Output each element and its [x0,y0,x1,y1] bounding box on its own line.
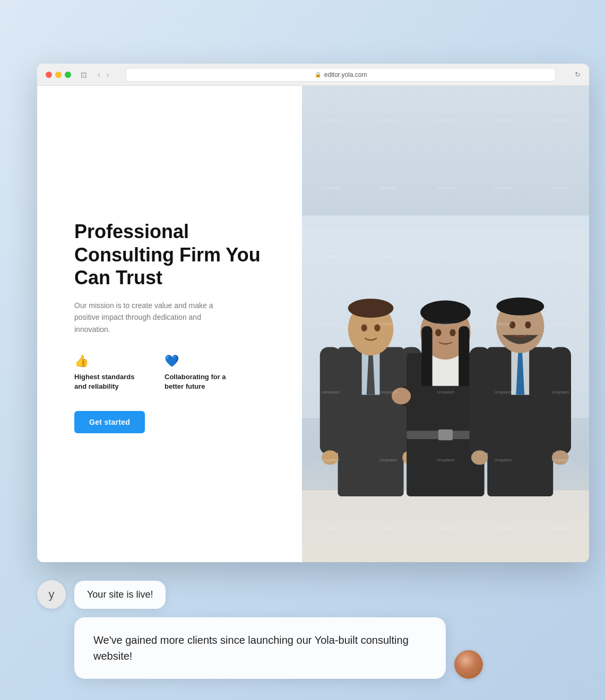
traffic-lights [46,72,71,78]
svg-point-35 [525,321,531,329]
thumbsup-icon: 👍 [74,354,143,368]
url-text: editor.yola.com [324,71,367,78]
svg-point-25 [450,329,455,337]
features-row: 👍 Highest standards and reliability 💙 Co… [74,354,275,391]
close-button[interactable] [46,72,52,78]
feature-1-label: Highest standards and reliability [74,372,143,391]
chat-bubble-row-1: y Your site is live! [37,580,589,609]
yola-avatar: y [37,580,66,609]
forward-icon[interactable]: › [105,69,111,80]
svg-point-34 [509,321,515,329]
svg-point-23 [420,301,471,325]
sidebar-toggle-icon[interactable]: ⊡ [81,71,87,79]
browser-content: Professional Consulting Firm You Can Tru… [37,86,589,562]
chat-bubble-2: We've gained more clients since launchin… [74,617,446,679]
feature-2-label: Collaborating for a better future [165,372,234,391]
svg-point-38 [471,450,488,465]
browser-window: ⊡ ‹ › 🔒 editor.yola.com ↻ Professional C… [37,64,589,562]
feature-2: 💙 Collaborating for a better future [165,354,234,391]
chat-overlay: y Your site is live! We've gained more c… [37,580,589,679]
maximize-button[interactable] [65,72,71,78]
svg-rect-36 [470,347,490,454]
minimize-button[interactable] [55,72,62,78]
feature-1: 👍 Highest standards and reliability [74,354,143,391]
svg-point-24 [435,329,441,337]
svg-point-11 [375,325,381,332]
right-panel: Unsplash Unsplash Unsplash Unsplash Unsp… [302,86,589,562]
svg-rect-19 [438,430,453,440]
chat-bubble-1-text: Your site is live! [87,589,153,600]
lock-icon: 🔒 [315,72,321,77]
hero-title: Professional Consulting Firm You Can Tru… [74,220,275,289]
svg-point-14 [322,450,339,465]
svg-point-33 [496,298,544,316]
hero-subtitle: Our mission is to create value and make … [74,300,223,335]
user-avatar [454,650,483,679]
svg-point-39 [552,450,569,465]
chat-bubble-2-text: We've gained more clients since launchin… [93,634,409,662]
hero-image: Unsplash Unsplash Unsplash Unsplash Unsp… [302,86,589,562]
get-started-button[interactable]: Get started [74,411,145,433]
svg-rect-37 [550,347,571,454]
svg-point-27 [392,388,411,405]
address-bar[interactable]: 🔒 editor.yola.com [126,68,556,82]
chat-bubble-1: Your site is live! [74,581,166,609]
yola-avatar-letter: y [49,588,55,601]
back-icon[interactable]: ‹ [96,69,102,80]
heart-icon: 💙 [165,354,234,368]
svg-rect-4 [302,491,589,562]
user-avatar-image [454,650,483,679]
svg-point-10 [361,325,367,332]
chat-bubble-row-2: We've gained more clients since launchin… [74,617,589,679]
people-illustration [302,86,589,562]
svg-point-9 [348,299,394,318]
svg-rect-12 [320,347,341,454]
browser-chrome: ⊡ ‹ › 🔒 editor.yola.com ↻ [37,64,589,86]
refresh-icon[interactable]: ↻ [575,71,581,78]
browser-nav: ‹ › [96,69,111,80]
left-panel: Professional Consulting Firm You Can Tru… [37,86,302,562]
